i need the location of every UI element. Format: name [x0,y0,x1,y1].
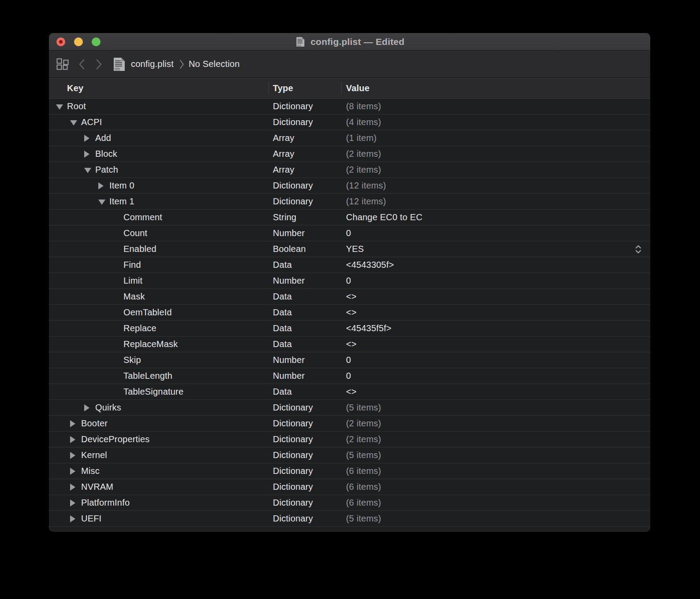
close-button[interactable] [56,37,65,46]
row-type[interactable]: Dictionary [273,495,313,510]
breadcrumb-file[interactable]: config.plist [131,59,174,69]
row-key[interactable]: Booter [81,416,108,431]
row-value[interactable]: <> [346,305,357,320]
table-row[interactable]: PlatformInfoDictionary(6 items) [49,495,650,511]
disclosure-triangle-expanded-icon[interactable] [70,120,77,126]
breadcrumb-selection[interactable]: No Selection [189,59,240,69]
row-key[interactable]: Find [123,257,141,273]
row-type[interactable]: Data [273,384,292,399]
disclosure-triangle-collapsed-icon[interactable] [70,515,75,522]
boolean-value-stepper[interactable] [634,244,642,255]
table-row[interactable]: OemTableIdData<> [49,305,650,321]
back-button[interactable] [78,59,85,70]
column-header-key[interactable]: Key [67,78,83,98]
row-type[interactable]: Number [273,352,305,368]
table-row[interactable]: ReplaceMaskData<> [49,336,650,352]
row-key[interactable]: Add [95,130,111,146]
row-value[interactable]: (5 items) [346,400,381,415]
table-row[interactable]: TableSignatureData<> [49,384,650,400]
row-key[interactable]: Misc [81,463,100,479]
row-value[interactable]: (8 items) [346,99,381,114]
table-row[interactable]: MaskData<> [49,289,650,305]
row-key[interactable]: Patch [95,162,118,177]
row-type[interactable]: Dictionary [273,178,313,193]
row-type[interactable]: Dictionary [273,416,313,431]
table-row[interactable]: ACPIDictionary(4 items) [49,115,650,130]
row-key[interactable]: OemTableId [123,305,172,320]
row-type[interactable]: Data [273,257,292,273]
disclosure-triangle-expanded-icon[interactable] [56,104,63,110]
related-items-icon[interactable] [56,58,69,70]
row-key[interactable]: Kernel [81,447,107,463]
row-key[interactable]: PlatformInfo [81,495,130,510]
table-row[interactable]: BooterDictionary(2 items) [49,416,650,432]
row-type[interactable]: Data [273,305,292,320]
row-value[interactable]: (2 items) [346,146,381,162]
row-value[interactable]: <45435f5f> [346,321,391,336]
row-type[interactable]: String [273,210,296,225]
table-row[interactable]: LimitNumber0 [49,273,650,289]
row-type[interactable]: Dictionary [273,194,313,209]
up-down-chevrons-icon[interactable] [634,244,642,255]
column-header-type[interactable]: Type [273,78,293,98]
table-row[interactable]: Item 0Dictionary(12 items) [49,178,650,194]
disclosure-triangle-collapsed-icon[interactable] [98,182,104,189]
row-value[interactable]: <> [346,336,357,352]
row-key[interactable]: Mask [123,289,145,304]
row-value[interactable]: (6 items) [346,495,381,510]
table-row[interactable]: BlockArray(2 items) [49,146,650,162]
row-type[interactable]: Number [273,368,305,384]
row-value[interactable]: 0 [346,273,351,288]
table-row[interactable]: KernelDictionary(5 items) [49,447,650,463]
row-type[interactable]: Dictionary [273,99,313,114]
column-divider[interactable] [268,82,269,94]
row-value[interactable]: 0 [346,368,351,384]
row-key[interactable]: Item 0 [109,178,134,193]
column-divider[interactable] [341,82,342,94]
row-type[interactable]: Dictionary [273,115,313,130]
table-row[interactable]: CountNumber0 [49,226,650,241]
table-row[interactable]: PatchArray(2 items) [49,162,650,178]
column-header-value[interactable]: Value [346,78,369,98]
row-value[interactable]: (12 items) [346,194,386,209]
table-row[interactable]: UEFIDictionary(5 items) [49,511,650,527]
disclosure-triangle-collapsed-icon[interactable] [84,151,89,158]
row-value[interactable]: (6 items) [346,479,381,495]
row-key[interactable]: Item 1 [109,194,134,209]
zoom-button[interactable] [92,37,101,46]
row-key[interactable]: ReplaceMask [123,336,178,352]
table-row[interactable]: SkipNumber0 [49,352,650,368]
disclosure-triangle-collapsed-icon[interactable] [70,468,75,475]
disclosure-triangle-collapsed-icon[interactable] [70,499,75,507]
table-row[interactable]: DevicePropertiesDictionary(2 items) [49,432,650,447]
row-type[interactable]: Dictionary [273,463,313,479]
row-value[interactable]: 0 [346,226,351,241]
file-proxy-icon[interactable]: PLIST [113,57,125,71]
table-row[interactable]: Item 1Dictionary(12 items) [49,194,650,210]
row-type[interactable]: Dictionary [273,479,313,495]
row-key[interactable]: ACPI [81,115,102,130]
table-row[interactable]: RootDictionary(8 items) [49,99,650,115]
row-key[interactable]: Block [95,146,117,162]
row-value[interactable]: (6 items) [346,463,381,479]
forward-button[interactable] [96,59,102,70]
row-key[interactable]: Replace [123,321,156,336]
row-key[interactable]: Count [123,226,147,241]
disclosure-triangle-collapsed-icon[interactable] [70,484,75,491]
row-value[interactable]: (5 items) [346,511,381,526]
row-value[interactable]: 0 [346,352,351,368]
row-key[interactable]: DeviceProperties [81,432,150,447]
row-type[interactable]: Data [273,336,292,352]
table-row[interactable]: FindData<4543305f> [49,257,650,273]
row-value[interactable]: (2 items) [346,162,381,177]
row-value[interactable]: (12 items) [346,178,386,193]
row-value[interactable]: <> [346,384,357,399]
row-type[interactable]: Array [273,130,294,146]
disclosure-triangle-collapsed-icon[interactable] [70,436,75,443]
disclosure-triangle-collapsed-icon[interactable] [70,420,75,427]
row-key[interactable]: Root [67,99,86,114]
minimize-button[interactable] [74,37,83,46]
row-key[interactable]: Quirks [95,400,121,415]
table-row[interactable]: TableLengthNumber0 [49,368,650,384]
row-key[interactable]: UEFI [81,511,101,526]
